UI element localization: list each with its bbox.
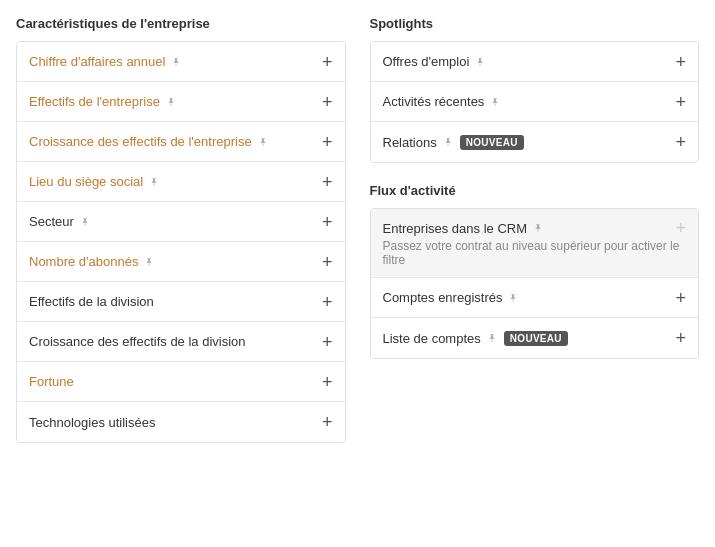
card-label: Entreprises dans le CRM	[383, 221, 528, 236]
card-left: Offres d'emploi 🖈	[383, 54, 676, 69]
card-label: Croissance des effectifs de la division	[29, 334, 246, 349]
spotlights-card-list: Offres d'emploi 🖈 + Activités récentes 🖈…	[370, 41, 700, 163]
card-item-disabled: Entreprises dans le CRM 🖈 + Passez votre…	[371, 209, 699, 278]
card-label: Offres d'emploi	[383, 54, 470, 69]
add-icon[interactable]: +	[322, 333, 333, 351]
add-icon[interactable]: +	[675, 53, 686, 71]
card-item[interactable]: Nombre d'abonnés 🖈 +	[17, 242, 345, 282]
card-left: Fortune	[29, 374, 322, 389]
left-card-list: Chiffre d'affaires annuel 🖈 + Effectifs …	[16, 41, 346, 443]
card-label: Comptes enregistrés	[383, 290, 503, 305]
badge-new: Nouveau	[504, 331, 568, 346]
card-label: Nombre d'abonnés	[29, 254, 138, 269]
card-item[interactable]: Effectifs de la division +	[17, 282, 345, 322]
add-icon[interactable]: +	[675, 329, 686, 347]
card-label: Croissance des effectifs de l'entreprise	[29, 134, 252, 149]
add-icon[interactable]: +	[322, 93, 333, 111]
card-left: Entreprises dans le CRM 🖈	[383, 221, 676, 236]
card-left: Activités récentes 🖈	[383, 94, 676, 109]
pin-icon[interactable]: 🖈	[171, 56, 182, 68]
add-icon[interactable]: +	[675, 219, 686, 237]
card-label: Technologies utilisées	[29, 415, 155, 430]
pin-icon[interactable]: 🖈	[166, 96, 177, 108]
add-icon[interactable]: +	[322, 413, 333, 431]
right-column: Spotlights Offres d'emploi 🖈 + Activités…	[370, 16, 700, 443]
flux-card-list: Entreprises dans le CRM 🖈 + Passez votre…	[370, 208, 700, 359]
card-left: Croissance des effectifs de la division	[29, 334, 322, 349]
card-item[interactable]: Liste de comptes 🖈 Nouveau +	[371, 318, 699, 358]
card-left: Liste de comptes 🖈 Nouveau	[383, 331, 676, 346]
card-item[interactable]: Offres d'emploi 🖈 +	[371, 42, 699, 82]
card-item[interactable]: Effectifs de l'entreprise 🖈 +	[17, 82, 345, 122]
pin-icon[interactable]: 🖈	[80, 216, 91, 228]
left-section-title: Caractéristiques de l'entreprise	[16, 16, 346, 31]
card-label: Effectifs de la division	[29, 294, 154, 309]
add-icon[interactable]: +	[675, 289, 686, 307]
add-icon[interactable]: +	[322, 373, 333, 391]
card-item[interactable]: Croissance des effectifs de la division …	[17, 322, 345, 362]
main-layout: Caractéristiques de l'entreprise Chiffre…	[16, 16, 699, 443]
add-icon[interactable]: +	[322, 133, 333, 151]
card-left: Nombre d'abonnés 🖈	[29, 254, 322, 269]
card-left: Lieu du siège social 🖈	[29, 174, 322, 189]
card-left: Secteur 🖈	[29, 214, 322, 229]
badge-new: Nouveau	[460, 135, 524, 150]
card-label: Secteur	[29, 214, 74, 229]
add-icon[interactable]: +	[675, 93, 686, 111]
pin-icon[interactable]: 🖈	[258, 136, 269, 148]
card-label: Lieu du siège social	[29, 174, 143, 189]
card-left: Comptes enregistrés 🖈	[383, 290, 676, 305]
flux-section: Flux d'activité Entreprises dans le CRM …	[370, 183, 700, 359]
card-label: Relations	[383, 135, 437, 150]
pin-icon[interactable]: 🖈	[533, 222, 544, 234]
card-left: Relations 🖈 Nouveau	[383, 135, 676, 150]
add-icon[interactable]: +	[322, 173, 333, 191]
pin-icon[interactable]: 🖈	[443, 136, 454, 148]
left-column: Caractéristiques de l'entreprise Chiffre…	[16, 16, 346, 443]
card-item[interactable]: Fortune +	[17, 362, 345, 402]
card-left: Effectifs de l'entreprise 🖈	[29, 94, 322, 109]
pin-icon[interactable]: 🖈	[490, 96, 501, 108]
card-item[interactable]: Chiffre d'affaires annuel 🖈 +	[17, 42, 345, 82]
card-left: Chiffre d'affaires annuel 🖈	[29, 54, 322, 69]
card-label: Fortune	[29, 374, 74, 389]
add-icon[interactable]: +	[322, 53, 333, 71]
card-left: Effectifs de la division	[29, 294, 322, 309]
card-label: Effectifs de l'entreprise	[29, 94, 160, 109]
add-icon[interactable]: +	[322, 293, 333, 311]
card-item[interactable]: Technologies utilisées +	[17, 402, 345, 442]
pin-icon[interactable]: 🖈	[149, 176, 160, 188]
pin-icon[interactable]: 🖈	[508, 292, 519, 304]
spotlights-title: Spotlights	[370, 16, 700, 31]
card-item[interactable]: Activités récentes 🖈 +	[371, 82, 699, 122]
add-icon[interactable]: +	[675, 133, 686, 151]
add-icon[interactable]: +	[322, 253, 333, 271]
card-item[interactable]: Comptes enregistrés 🖈 +	[371, 278, 699, 318]
card-item[interactable]: Secteur 🖈 +	[17, 202, 345, 242]
card-left: Croissance des effectifs de l'entreprise…	[29, 134, 322, 149]
pin-icon[interactable]: 🖈	[144, 256, 155, 268]
card-item[interactable]: Relations 🖈 Nouveau +	[371, 122, 699, 162]
card-label: Chiffre d'affaires annuel	[29, 54, 165, 69]
card-label: Activités récentes	[383, 94, 485, 109]
pin-icon[interactable]: 🖈	[487, 332, 498, 344]
disabled-text: Passez votre contrat au niveau supérieur…	[383, 239, 687, 267]
add-icon[interactable]: +	[322, 213, 333, 231]
pin-icon[interactable]: 🖈	[475, 56, 486, 68]
flux-title: Flux d'activité	[370, 183, 700, 198]
card-left: Technologies utilisées	[29, 415, 322, 430]
card-item[interactable]: Croissance des effectifs de l'entreprise…	[17, 122, 345, 162]
card-label: Liste de comptes	[383, 331, 481, 346]
card-item[interactable]: Lieu du siège social 🖈 +	[17, 162, 345, 202]
